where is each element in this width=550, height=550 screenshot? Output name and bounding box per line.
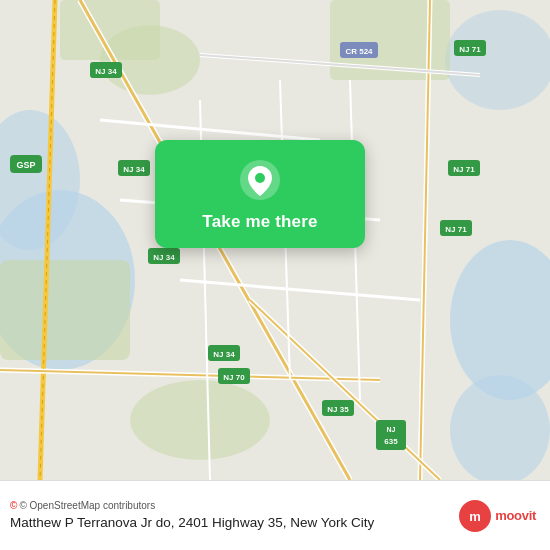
svg-point-55 [255,173,265,183]
info-bar: ©© OpenStreetMap contributors Matthew P … [0,480,550,550]
moovit-logo: m moovit [458,499,536,533]
svg-text:NJ 71: NJ 71 [445,225,467,234]
moovit-icon: m [458,499,492,533]
address-line: Matthew P Terranova Jr do, 2401 Highway … [10,514,448,532]
svg-text:NJ 71: NJ 71 [453,165,475,174]
svg-text:NJ 70: NJ 70 [223,373,245,382]
osm-credit: ©© OpenStreetMap contributors [10,500,448,511]
svg-text:635: 635 [384,437,398,446]
svg-text:CR 524: CR 524 [345,47,373,56]
moovit-text: moovit [495,508,536,523]
info-text-group: ©© OpenStreetMap contributors Matthew P … [10,500,448,532]
svg-text:NJ 34: NJ 34 [123,165,145,174]
copyright-icon: © [10,500,17,511]
svg-point-5 [445,10,550,110]
svg-point-9 [130,380,270,460]
map-container: GSP NJ 34 NJ 34 NJ 34 NJ 34 NJ 71 NJ 71 … [0,0,550,480]
svg-rect-6 [0,260,130,360]
svg-text:NJ 71: NJ 71 [459,45,481,54]
location-pin-icon [238,158,282,202]
popup-card[interactable]: Take me there [155,140,365,248]
osm-credit-text: © OpenStreetMap contributors [19,500,155,511]
svg-text:NJ 34: NJ 34 [153,253,175,262]
svg-text:NJ 35: NJ 35 [327,405,349,414]
svg-text:NJ: NJ [387,426,396,433]
svg-text:NJ 34: NJ 34 [95,67,117,76]
take-me-there-button[interactable]: Take me there [202,212,317,232]
svg-text:m: m [469,509,481,524]
svg-point-4 [450,375,550,480]
svg-text:NJ 34: NJ 34 [213,350,235,359]
svg-text:GSP: GSP [16,160,35,170]
